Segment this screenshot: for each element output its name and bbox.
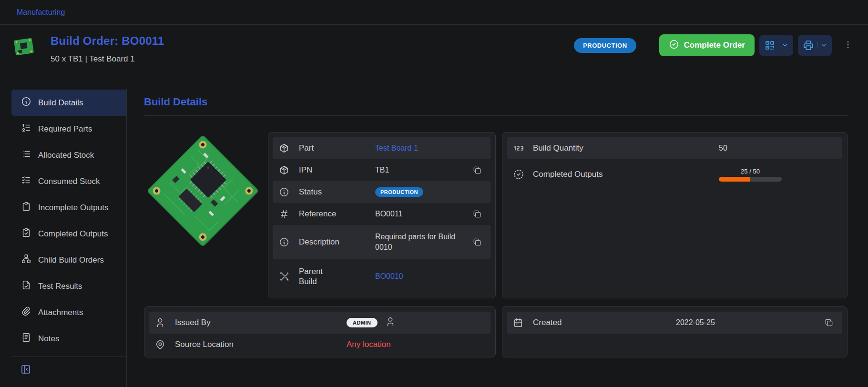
copy-button[interactable] — [470, 163, 485, 178]
more-actions-button[interactable] — [841, 38, 855, 53]
build-order-header: Build Order: BO0011 50 x TB1 | Test Boar… — [0, 25, 868, 89]
issued-by-badge: ADMIN — [347, 318, 378, 327]
completed-outputs-progress: 25 / 50 — [719, 168, 782, 182]
sidebar-item-allocated-stock[interactable]: Allocated Stock — [11, 142, 126, 168]
user-icon — [385, 316, 396, 329]
status-badge: PRODUCTION — [375, 187, 423, 197]
progress-check-icon — [513, 169, 524, 180]
ipn-value: TB1 — [375, 166, 389, 174]
row-source-location: Source Location Any location — [149, 334, 490, 356]
source-location-label: Source Location — [175, 339, 347, 349]
info-circle-icon — [21, 96, 31, 109]
sidebar-item-label: Attachments — [38, 308, 83, 317]
detail-row-parent-build: Parent Build BO0010 — [273, 259, 490, 294]
copy-button[interactable] — [470, 234, 485, 250]
build-details-panel: Part Test Board 1 IPN TB1 — [268, 132, 496, 298]
complete-order-label: Complete Order — [684, 41, 745, 50]
sidebar: Build Details Required Parts Allocated S… — [0, 89, 127, 387]
sidebar-item-label: Incomplete Outputs — [38, 203, 108, 213]
created-panel: Created 2022-05-25 — [502, 306, 848, 357]
print-actions-button[interactable] — [798, 35, 832, 56]
build-quantity-panel: Build Quantity 50 Completed Outputs 25 /… — [502, 132, 848, 298]
numbers-123-icon — [513, 143, 524, 154]
circle-check-icon — [669, 39, 679, 52]
row-completed-outputs: Completed Outputs 25 / 50 — [507, 159, 842, 190]
user-icon — [155, 317, 166, 328]
detail-row-status: Status PRODUCTION — [273, 181, 490, 203]
part-thumbnail-image — [12, 35, 35, 58]
copy-button[interactable] — [821, 315, 837, 330]
notes-icon — [21, 332, 31, 345]
sidebar-item-label: Completed Outputs — [38, 229, 108, 239]
issue-panel: Issued By ADMIN — [144, 306, 496, 357]
row-created: Created 2022-05-25 — [507, 312, 842, 334]
list-numbers-icon — [21, 122, 31, 135]
clipboard-icon — [21, 201, 31, 214]
created-label: Created — [533, 317, 676, 327]
chevron-down-icon — [817, 42, 829, 49]
row-build-quantity: Build Quantity 50 — [507, 137, 842, 159]
progress-label: 25 / 50 — [719, 168, 782, 175]
complete-order-button[interactable]: Complete Order — [659, 34, 755, 56]
build-quantity-value: 50 — [719, 144, 727, 153]
clipboard-check-icon — [21, 227, 31, 240]
detail-row-reference: Reference BO0011 — [273, 203, 490, 225]
breadcrumb-manufacturing-link[interactable]: Manufacturing — [17, 8, 65, 17]
hash-icon — [279, 209, 290, 219]
detail-label-ipn: IPN — [299, 165, 375, 175]
section-heading: Build Details — [144, 96, 848, 108]
sidebar-item-incomplete-outputs[interactable]: Incomplete Outputs — [11, 194, 126, 221]
detail-label-parent-build: Parent Build — [299, 266, 375, 287]
sidebar-item-label: Consumed Stock — [38, 177, 100, 186]
list-icon — [21, 149, 31, 162]
sidebar-item-child-build-orders[interactable]: Child Build Orders — [11, 247, 126, 273]
sidebar-item-label: Build Details — [38, 98, 83, 108]
progress-fill — [719, 177, 750, 182]
reference-value: BO0011 — [375, 210, 403, 218]
tools-icon — [279, 271, 290, 282]
progress-track — [719, 177, 782, 182]
sidebar-item-label: Test Results — [38, 282, 82, 291]
chevron-down-icon — [779, 42, 790, 49]
part-link[interactable]: Test Board 1 — [375, 144, 418, 153]
test-report-icon — [21, 280, 31, 293]
info-circle-icon — [279, 237, 290, 247]
issued-by-label: Issued By — [175, 317, 347, 327]
sidebar-item-notes[interactable]: Notes — [11, 326, 126, 352]
sidebar-item-build-details[interactable]: Build Details — [11, 90, 126, 116]
source-location-value: Any location — [347, 340, 391, 349]
detail-label-part: Part — [299, 143, 375, 153]
main-content: Build Details — [127, 89, 868, 387]
detail-row-description: Description Required parts for Build 001… — [273, 225, 490, 259]
map-pin-icon — [155, 339, 166, 350]
completed-outputs-label: Completed Outputs — [533, 169, 719, 179]
sidebar-item-label: Notes — [38, 334, 59, 344]
sidebar-item-required-parts[interactable]: Required Parts — [11, 116, 126, 142]
description-value: Required parts for Build 0010 — [375, 232, 461, 253]
detail-label-status: Status — [299, 187, 375, 197]
parent-build-link[interactable]: BO0010 — [375, 272, 403, 281]
copy-button[interactable] — [470, 206, 485, 222]
detail-label-reference: Reference — [299, 209, 375, 219]
sidebar-collapse-button[interactable] — [0, 357, 31, 377]
barcode-actions-button[interactable] — [759, 35, 793, 56]
qrcode-icon — [762, 40, 777, 51]
created-value: 2022-05-25 — [676, 318, 715, 327]
build-part-image — [144, 132, 262, 250]
sidebar-item-test-results[interactable]: Test Results — [11, 273, 126, 299]
sidebar-item-label: Child Build Orders — [38, 255, 104, 265]
calendar-icon — [513, 317, 524, 328]
paperclip-icon — [21, 306, 31, 319]
sitemap-icon — [21, 254, 31, 266]
breadcrumb: Manufacturing — [0, 0, 868, 25]
list-check-icon — [21, 175, 31, 188]
sidebar-item-consumed-stock[interactable]: Consumed Stock — [11, 168, 126, 194]
sidebar-item-label: Allocated Stock — [38, 151, 94, 160]
page-title: Build Order: BO0011 — [51, 34, 164, 48]
row-issued-by: Issued By ADMIN — [149, 312, 490, 334]
sidebar-item-completed-outputs[interactable]: Completed Outputs — [11, 221, 126, 247]
sidebar-item-attachments[interactable]: Attachments — [11, 299, 126, 326]
detail-row-part: Part Test Board 1 — [273, 137, 490, 159]
detail-row-ipn: IPN TB1 — [273, 159, 490, 181]
heading-divider — [144, 115, 848, 116]
